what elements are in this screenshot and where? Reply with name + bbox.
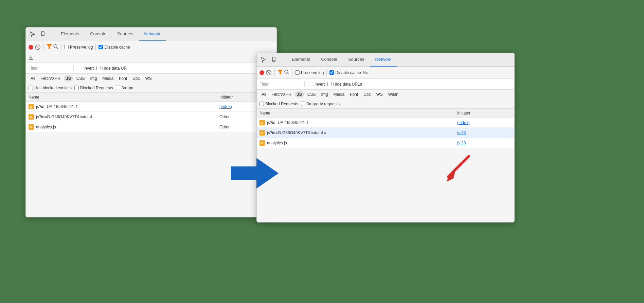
type-css[interactable]: CSS <box>74 75 87 82</box>
type-all[interactable]: All <box>29 75 37 82</box>
mobile-icon-front[interactable] <box>270 56 278 64</box>
stop-button[interactable] <box>35 44 41 50</box>
has-blocked-checkbox[interactable] <box>29 86 33 90</box>
type-font-front[interactable]: Font <box>348 91 360 97</box>
type-doc-front[interactable]: Doc <box>361 91 373 97</box>
table-row[interactable]: JS js?id=G-G36G49KV7T&l=dataLa... js:38 <box>257 128 514 138</box>
stop-button-front[interactable] <box>266 70 272 76</box>
cursor-icon-front[interactable] <box>260 56 268 64</box>
table-row[interactable]: JS js?id=UA-165345241-1 (index) <box>257 118 514 128</box>
filter-divider-front <box>304 81 305 87</box>
tab-console-front[interactable]: Console <box>316 53 343 67</box>
download-icon[interactable] <box>29 55 33 61</box>
tab-elements[interactable]: Elements <box>55 28 85 41</box>
type-js-front[interactable]: JS <box>295 91 304 97</box>
third-party-check[interactable]: 3rd-pa <box>116 86 133 90</box>
type-media[interactable]: Media <box>100 75 115 82</box>
blocked-requests-check[interactable]: Blocked Requests <box>74 86 113 90</box>
svg-line-6 <box>57 48 58 49</box>
filter-icon-front[interactable] <box>278 70 283 75</box>
has-blocked-check[interactable]: Has blocked cookies <box>29 86 72 90</box>
disable-cache-label[interactable]: Disable cache <box>99 45 130 50</box>
type-wasn-front[interactable]: Wasn <box>386 91 400 97</box>
preserve-log-label[interactable]: Preserve log <box>64 45 93 50</box>
invert-checkbox-front[interactable] <box>309 82 313 86</box>
cursor-icon[interactable] <box>29 30 37 38</box>
blocked-requests-checkbox-front[interactable] <box>260 102 264 106</box>
svg-text:JS: JS <box>261 142 264 144</box>
blocked-requests-check-front[interactable]: Blocked Requests <box>260 102 298 106</box>
mobile-icon[interactable] <box>39 30 47 38</box>
record-button[interactable] <box>29 45 33 50</box>
js-file-icon-f3: JS <box>260 140 265 146</box>
disable-cache-checkbox[interactable] <box>99 45 103 49</box>
filter-input-front[interactable] <box>260 82 300 87</box>
tab-sources-front[interactable]: Sources <box>343 53 370 67</box>
initiator-link-f3[interactable]: js:38 <box>457 141 466 145</box>
filter-input-back[interactable] <box>29 66 69 71</box>
search-icon[interactable] <box>53 44 58 50</box>
tab-console[interactable]: Console <box>85 28 112 41</box>
filter-bar-back: Invert Hide data UR <box>26 63 276 74</box>
type-ws[interactable]: WS <box>143 75 154 82</box>
type-filter-bar-front: All Fetch/XHR JS CSS Img Media Font Doc … <box>257 90 514 99</box>
type-all-front[interactable]: All <box>260 91 268 97</box>
third-party-checkbox[interactable] <box>116 86 120 90</box>
invert-check-back[interactable]: Invert <box>78 66 94 71</box>
svg-point-5 <box>54 44 57 48</box>
table-row[interactable]: JS js?id=G-G36G49KV7T&l=dataL... Other <box>26 112 276 122</box>
no-throttle-text: No <box>363 70 368 75</box>
type-doc[interactable]: Doc <box>130 75 142 82</box>
initiator-link-f1[interactable]: (index) <box>457 120 470 125</box>
type-img[interactable]: Img <box>88 75 99 82</box>
preserve-log-checkbox[interactable] <box>64 45 69 49</box>
hide-data-checkbox[interactable] <box>96 66 101 70</box>
tab-sources[interactable]: Sources <box>112 28 139 41</box>
type-xhr[interactable]: Fetch/XHR <box>38 75 62 82</box>
type-ws-front[interactable]: WS <box>374 91 384 97</box>
invert-check-front[interactable]: Invert <box>309 82 325 87</box>
network-table-front: Name Initiator JS js?id=UA-165345241-1 (… <box>257 109 514 148</box>
table-row[interactable]: JS analytics.js js:38 <box>257 138 514 148</box>
hide-data-checkbox-front[interactable] <box>327 82 332 86</box>
type-media-front[interactable]: Media <box>331 91 346 97</box>
row-name-2: js?id=G-G36G49KV7T&l=dataL... <box>36 114 219 119</box>
third-party-text: 3rd-pa <box>122 86 133 90</box>
third-party-check-front[interactable]: 3rd-party requests <box>301 102 340 106</box>
network-table-back: Name Initiator JS js?id=UA-165345241-1 (… <box>26 93 276 132</box>
toolbar-divider-1 <box>43 44 44 51</box>
devtools-icon-group <box>29 30 51 38</box>
disable-cache-checkbox-front[interactable] <box>329 70 334 75</box>
js-file-icon: JS <box>29 104 34 109</box>
invert-checkbox[interactable] <box>78 66 82 70</box>
third-party-checkbox-front[interactable] <box>301 102 305 106</box>
table-row[interactable]: JS js?id=UA-165345241-1 (index) <box>26 102 276 112</box>
blocked-requests-checkbox[interactable] <box>74 86 79 90</box>
type-xhr-front[interactable]: Fetch/XHR <box>269 91 293 97</box>
svg-text:JS: JS <box>30 116 33 118</box>
type-css-front[interactable]: CSS <box>305 91 318 97</box>
row-initiator-f3: js:38 <box>457 141 512 145</box>
search-icon-front[interactable] <box>284 70 289 76</box>
preserve-log-label-front[interactable]: Preserve log <box>295 70 324 75</box>
initiator-link-1[interactable]: (index) <box>219 104 232 109</box>
record-button-front[interactable] <box>260 70 264 75</box>
js-file-icon-f1: JS <box>260 120 265 125</box>
table-row[interactable]: JS analytics.js Other <box>26 122 276 132</box>
type-img-front[interactable]: Img <box>319 91 330 97</box>
preserve-log-checkbox-front[interactable] <box>295 70 300 75</box>
disable-cache-text: Disable cache <box>104 45 130 50</box>
tab-elements-front[interactable]: Elements <box>286 53 316 67</box>
svg-text:JS: JS <box>261 122 264 124</box>
filter-icon[interactable] <box>47 44 52 50</box>
type-js[interactable]: JS <box>64 75 73 82</box>
tab-network-front[interactable]: Network <box>370 53 397 67</box>
type-font[interactable]: Font <box>117 75 129 82</box>
toolbar-divider-3 <box>95 44 96 51</box>
disable-cache-label-front[interactable]: Disable cache <box>329 70 361 75</box>
svg-line-18 <box>267 71 270 74</box>
tab-network[interactable]: Network <box>139 28 166 41</box>
hide-data-urls-check-front[interactable]: Hide data URLs <box>327 82 362 87</box>
hide-data-urls-check-back[interactable]: Hide data UR <box>96 66 127 71</box>
initiator-link-f2[interactable]: js:38 <box>457 130 466 135</box>
